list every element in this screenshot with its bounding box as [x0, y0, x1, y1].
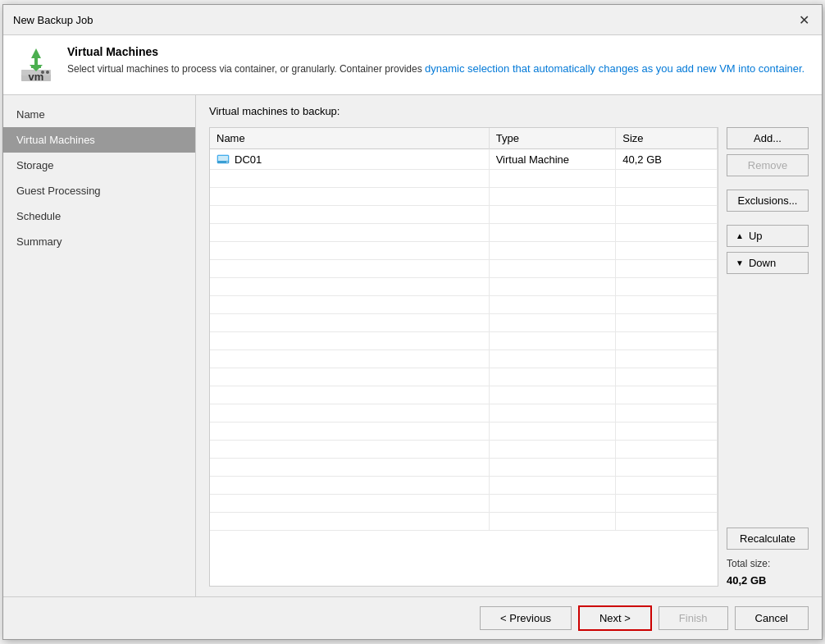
sidebar-item-schedule[interactable]: Schedule [3, 203, 195, 229]
close-button[interactable]: ✕ [795, 11, 812, 28]
col-header-size: Size [616, 128, 718, 149]
total-size-label: Total size: [727, 558, 809, 569]
svg-rect-10 [218, 156, 228, 162]
svg-marker-4 [31, 48, 41, 66]
dialog-window: New Backup Job ✕ vm Virtual Machines [2, 4, 823, 640]
svg-text:vm: vm [29, 71, 44, 83]
table-empty-row [210, 332, 718, 350]
recalculate-section: Recalculate Total size: 40,2 GB [727, 528, 809, 587]
sidebar-item-name[interactable]: Name [3, 102, 195, 127]
add-remove-section: Add... Remove [727, 127, 809, 176]
exclusions-section: Exclusions... [727, 190, 809, 212]
previous-button[interactable]: < Previous [480, 606, 572, 630]
sidebar-item-guest-processing[interactable]: Guest Processing [3, 178, 195, 203]
table-empty-row [210, 477, 718, 495]
table-empty-row [210, 368, 718, 386]
header-link: dynamic selection that automatically cha… [425, 62, 804, 75]
total-size-value: 40,2 GB [727, 574, 809, 587]
table-empty-row [210, 404, 718, 422]
cancel-button[interactable]: Cancel [735, 606, 809, 630]
table-cell-size: 40,2 GB [616, 149, 718, 170]
table-empty-row [210, 422, 718, 441]
table-cell-name: DC01 [210, 149, 489, 170]
up-button[interactable]: ▲ Up [727, 225, 809, 247]
recalculate-button[interactable]: Recalculate [727, 528, 809, 550]
down-button[interactable]: ▼ Down [727, 252, 809, 274]
window-title: New Backup Job [13, 14, 93, 26]
header-section: vm Virtual Machines Select virtual machi… [3, 35, 822, 95]
next-button[interactable]: Next > [578, 605, 652, 631]
main-content: Name Virtual Machines Storage Guest Proc… [3, 95, 822, 596]
vm-table-container: Name Type Size [209, 127, 718, 587]
exclusions-button[interactable]: Exclusions... [727, 190, 809, 212]
finish-button[interactable]: Finish [659, 606, 728, 630]
up-down-section: ▲ Up ▼ Down [727, 225, 809, 274]
title-bar: New Backup Job ✕ [3, 5, 822, 35]
vm-row-icon [217, 153, 230, 166]
table-empty-row [210, 224, 718, 242]
up-arrow-icon: ▲ [736, 231, 744, 240]
svg-point-12 [226, 162, 228, 163]
col-header-type: Type [489, 128, 616, 149]
col-header-name: Name [210, 128, 489, 149]
add-button[interactable]: Add... [727, 127, 809, 149]
table-label: Virtual machines to backup: [209, 105, 809, 117]
table-cell-type: Virtual Machine [489, 149, 616, 170]
content-area: Virtual machines to backup: Name Type Si… [196, 95, 822, 596]
sidebar-item-storage[interactable]: Storage [3, 153, 195, 178]
table-empty-row [210, 206, 718, 224]
table-row[interactable]: DC01 Virtual Machine 40,2 GB [210, 149, 718, 170]
table-empty-row [210, 260, 718, 278]
action-buttons: Add... Remove Exclusions... ▲ Up ▼ Do [727, 127, 809, 587]
header-title: Virtual Machines [67, 45, 804, 58]
sidebar: Name Virtual Machines Storage Guest Proc… [3, 95, 196, 596]
vm-icon: vm [16, 45, 56, 84]
table-empty-row [210, 170, 718, 188]
table-empty-row [210, 314, 718, 332]
table-empty-row [210, 296, 718, 314]
table-empty-row [210, 441, 718, 459]
header-description: Select virtual machines to process via c… [67, 62, 804, 76]
sidebar-item-summary[interactable]: Summary [3, 229, 195, 254]
table-empty-row [210, 495, 718, 513]
table-and-buttons: Name Type Size [209, 127, 809, 587]
header-icon: vm [16, 45, 56, 84]
table-empty-row [210, 386, 718, 404]
table-empty-row [210, 513, 718, 531]
table-header-row: Name Type Size [210, 128, 718, 149]
table-empty-row [210, 278, 718, 296]
down-arrow-icon: ▼ [736, 258, 744, 267]
table-empty-row [210, 188, 718, 206]
svg-point-2 [46, 71, 49, 74]
header-text: Virtual Machines Select virtual machines… [67, 45, 804, 76]
vm-table: Name Type Size [210, 128, 718, 531]
table-empty-row [210, 459, 718, 477]
remove-button[interactable]: Remove [727, 154, 809, 176]
table-empty-row [210, 350, 718, 368]
footer: < Previous Next > Finish Cancel [3, 596, 822, 639]
table-empty-row [210, 242, 718, 260]
sidebar-item-virtual-machines[interactable]: Virtual Machines [3, 127, 195, 153]
